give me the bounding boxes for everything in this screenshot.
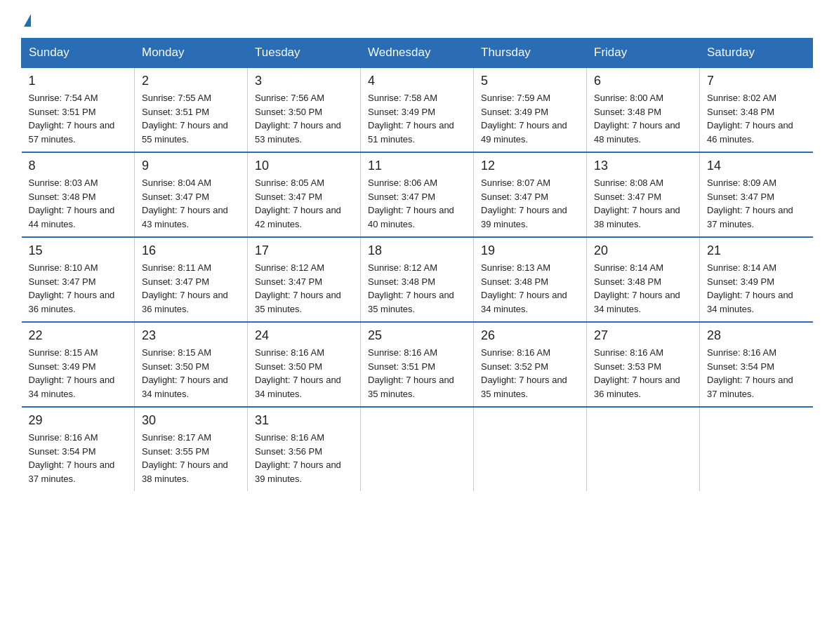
day-number: 18: [368, 243, 466, 258]
day-info: Sunrise: 8:16 AM Sunset: 3:52 PM Dayligh…: [481, 346, 579, 401]
calendar-cell: 6 Sunrise: 8:00 AM Sunset: 3:48 PM Dayli…: [587, 67, 700, 152]
header-wednesday: Wednesday: [361, 39, 474, 68]
calendar-cell: 27 Sunrise: 8:16 AM Sunset: 3:53 PM Dayl…: [587, 322, 700, 407]
day-info: Sunrise: 8:11 AM Sunset: 3:47 PM Dayligh…: [142, 261, 240, 316]
logo-triangle-icon: [24, 14, 31, 27]
day-info: Sunrise: 8:14 AM Sunset: 3:49 PM Dayligh…: [707, 261, 806, 316]
day-info: Sunrise: 8:14 AM Sunset: 3:48 PM Dayligh…: [594, 261, 692, 316]
calendar-cell: 1 Sunrise: 7:54 AM Sunset: 3:51 PM Dayli…: [22, 67, 135, 152]
day-info: Sunrise: 8:00 AM Sunset: 3:48 PM Dayligh…: [594, 91, 692, 146]
day-info: Sunrise: 7:55 AM Sunset: 3:51 PM Dayligh…: [142, 91, 240, 146]
day-number: 10: [255, 159, 353, 173]
calendar-cell: 24 Sunrise: 8:16 AM Sunset: 3:50 PM Dayl…: [248, 322, 361, 407]
logo: [21, 14, 31, 27]
calendar-cell: 4 Sunrise: 7:58 AM Sunset: 3:49 PM Dayli…: [361, 67, 474, 152]
day-info: Sunrise: 8:13 AM Sunset: 3:48 PM Dayligh…: [481, 261, 579, 316]
day-number: 19: [481, 243, 579, 258]
day-info: Sunrise: 8:16 AM Sunset: 3:56 PM Dayligh…: [255, 431, 353, 485]
calendar-cell: 21 Sunrise: 8:14 AM Sunset: 3:49 PM Dayl…: [700, 237, 813, 322]
calendar-cell: 14 Sunrise: 8:09 AM Sunset: 3:47 PM Dayl…: [700, 152, 813, 237]
day-info: Sunrise: 8:09 AM Sunset: 3:47 PM Dayligh…: [707, 176, 806, 231]
day-info: Sunrise: 8:04 AM Sunset: 3:47 PM Dayligh…: [142, 176, 240, 231]
calendar-cell: 29 Sunrise: 8:16 AM Sunset: 3:54 PM Dayl…: [22, 407, 135, 491]
day-info: Sunrise: 8:03 AM Sunset: 3:48 PM Dayligh…: [29, 176, 128, 231]
calendar-header-row: SundayMondayTuesdayWednesdayThursdayFrid…: [22, 39, 813, 68]
day-info: Sunrise: 8:16 AM Sunset: 3:51 PM Dayligh…: [368, 346, 466, 401]
day-info: Sunrise: 7:54 AM Sunset: 3:51 PM Dayligh…: [29, 91, 128, 146]
day-number: 9: [142, 159, 240, 173]
day-info: Sunrise: 8:16 AM Sunset: 3:54 PM Dayligh…: [29, 431, 128, 485]
day-number: 24: [255, 328, 353, 343]
calendar-cell: 28 Sunrise: 8:16 AM Sunset: 3:54 PM Dayl…: [700, 322, 813, 407]
day-number: 20: [594, 243, 692, 258]
day-info: Sunrise: 8:06 AM Sunset: 3:47 PM Dayligh…: [368, 176, 466, 231]
calendar-cell: 22 Sunrise: 8:15 AM Sunset: 3:49 PM Dayl…: [22, 322, 135, 407]
calendar-cell: 18 Sunrise: 8:12 AM Sunset: 3:48 PM Dayl…: [361, 237, 474, 322]
day-number: 27: [594, 328, 692, 343]
calendar-cell: 5 Sunrise: 7:59 AM Sunset: 3:49 PM Dayli…: [474, 67, 587, 152]
calendar-cell: 2 Sunrise: 7:55 AM Sunset: 3:51 PM Dayli…: [135, 67, 248, 152]
day-number: 14: [707, 159, 806, 173]
header-friday: Friday: [587, 39, 700, 68]
day-number: 2: [142, 74, 240, 88]
calendar-cell: 3 Sunrise: 7:56 AM Sunset: 3:50 PM Dayli…: [248, 67, 361, 152]
header-sunday: Sunday: [22, 39, 135, 68]
day-number: 16: [142, 243, 240, 258]
day-info: Sunrise: 8:16 AM Sunset: 3:53 PM Dayligh…: [594, 346, 692, 401]
header-thursday: Thursday: [474, 39, 587, 68]
day-number: 31: [255, 413, 353, 428]
day-number: 11: [368, 159, 466, 173]
calendar-cell: 17 Sunrise: 8:12 AM Sunset: 3:47 PM Dayl…: [248, 237, 361, 322]
calendar-cell: 7 Sunrise: 8:02 AM Sunset: 3:48 PM Dayli…: [700, 67, 813, 152]
day-number: 7: [707, 74, 806, 88]
day-number: 15: [29, 243, 128, 258]
calendar-week-row: 22 Sunrise: 8:15 AM Sunset: 3:49 PM Dayl…: [22, 322, 813, 407]
day-info: Sunrise: 8:05 AM Sunset: 3:47 PM Dayligh…: [255, 176, 353, 231]
calendar-cell: 12 Sunrise: 8:07 AM Sunset: 3:47 PM Dayl…: [474, 152, 587, 237]
header-tuesday: Tuesday: [248, 39, 361, 68]
day-number: 23: [142, 328, 240, 343]
calendar-cell: 19 Sunrise: 8:13 AM Sunset: 3:48 PM Dayl…: [474, 237, 587, 322]
day-number: 13: [594, 159, 692, 173]
calendar-cell: 9 Sunrise: 8:04 AM Sunset: 3:47 PM Dayli…: [135, 152, 248, 237]
day-info: Sunrise: 8:12 AM Sunset: 3:48 PM Dayligh…: [368, 261, 466, 316]
day-number: 3: [255, 74, 353, 88]
calendar-cell: 8 Sunrise: 8:03 AM Sunset: 3:48 PM Dayli…: [22, 152, 135, 237]
day-number: 21: [707, 243, 806, 258]
day-number: 4: [368, 74, 466, 88]
day-number: 28: [707, 328, 806, 343]
calendar-cell: 15 Sunrise: 8:10 AM Sunset: 3:47 PM Dayl…: [22, 237, 135, 322]
calendar-cell: 11 Sunrise: 8:06 AM Sunset: 3:47 PM Dayl…: [361, 152, 474, 237]
calendar-cell: [587, 407, 700, 491]
day-info: Sunrise: 8:08 AM Sunset: 3:47 PM Dayligh…: [594, 176, 692, 231]
calendar-week-row: 29 Sunrise: 8:16 AM Sunset: 3:54 PM Dayl…: [22, 407, 813, 491]
day-number: 30: [142, 413, 240, 428]
day-info: Sunrise: 8:02 AM Sunset: 3:48 PM Dayligh…: [707, 91, 806, 146]
day-info: Sunrise: 7:59 AM Sunset: 3:49 PM Dayligh…: [481, 91, 579, 146]
day-number: 8: [29, 159, 128, 173]
calendar-cell: [361, 407, 474, 491]
calendar-cell: 13 Sunrise: 8:08 AM Sunset: 3:47 PM Dayl…: [587, 152, 700, 237]
calendar-cell: 23 Sunrise: 8:15 AM Sunset: 3:50 PM Dayl…: [135, 322, 248, 407]
page-header: [21, 14, 813, 27]
calendar-week-row: 8 Sunrise: 8:03 AM Sunset: 3:48 PM Dayli…: [22, 152, 813, 237]
calendar-week-row: 15 Sunrise: 8:10 AM Sunset: 3:47 PM Dayl…: [22, 237, 813, 322]
day-info: Sunrise: 8:17 AM Sunset: 3:55 PM Dayligh…: [142, 431, 240, 485]
day-info: Sunrise: 7:58 AM Sunset: 3:49 PM Dayligh…: [368, 91, 466, 146]
day-number: 1: [29, 74, 128, 88]
calendar-week-row: 1 Sunrise: 7:54 AM Sunset: 3:51 PM Dayli…: [22, 67, 813, 152]
day-info: Sunrise: 8:16 AM Sunset: 3:54 PM Dayligh…: [707, 346, 806, 401]
calendar-cell: 30 Sunrise: 8:17 AM Sunset: 3:55 PM Dayl…: [135, 407, 248, 491]
day-info: Sunrise: 7:56 AM Sunset: 3:50 PM Dayligh…: [255, 91, 353, 146]
day-number: 29: [29, 413, 128, 428]
day-number: 12: [481, 159, 579, 173]
day-info: Sunrise: 8:16 AM Sunset: 3:50 PM Dayligh…: [255, 346, 353, 401]
day-number: 5: [481, 74, 579, 88]
day-number: 17: [255, 243, 353, 258]
day-info: Sunrise: 8:15 AM Sunset: 3:49 PM Dayligh…: [29, 346, 128, 401]
calendar-cell: [474, 407, 587, 491]
day-number: 26: [481, 328, 579, 343]
day-number: 22: [29, 328, 128, 343]
calendar-cell: 16 Sunrise: 8:11 AM Sunset: 3:47 PM Dayl…: [135, 237, 248, 322]
calendar-cell: 20 Sunrise: 8:14 AM Sunset: 3:48 PM Dayl…: [587, 237, 700, 322]
